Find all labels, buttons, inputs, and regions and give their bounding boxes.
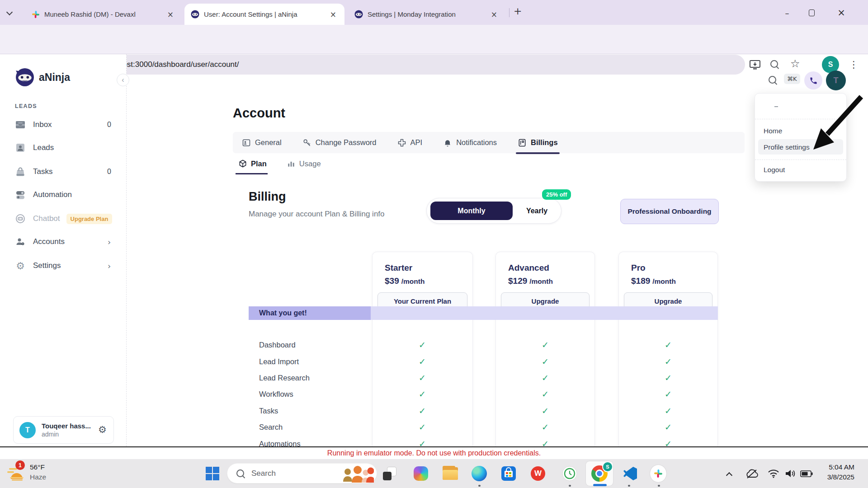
- bar-chart-icon: [287, 159, 296, 168]
- new-tab-button[interactable]: +: [514, 5, 522, 17]
- cube-icon: [238, 159, 247, 168]
- windows-logo-icon: [206, 467, 219, 480]
- tab-close-icon[interactable]: ×: [165, 10, 175, 19]
- phone-button[interactable]: [804, 71, 822, 89]
- keyboard-shortcut-badge: ⌘K: [784, 74, 800, 84]
- window-minimize-button[interactable]: –: [777, 5, 797, 21]
- check-icon: ✓: [419, 389, 426, 399]
- chevron-right-icon: ›: [108, 237, 111, 247]
- browser-tab-slack[interactable]: Muneeb Rashid (DM) - Devaxl ×: [25, 4, 182, 25]
- sidebar-item-automation[interactable]: Automation: [0, 185, 126, 205]
- tab-search-chevron-icon[interactable]: [7, 8, 12, 16]
- slack-favicon: [32, 10, 40, 19]
- check-icon: ✓: [419, 373, 426, 383]
- tab-api[interactable]: API: [397, 132, 423, 153]
- sidebar-item-chatbot[interactable]: Chatbot Upgrade Plan: [0, 209, 126, 229]
- slack-icon: [650, 465, 666, 482]
- task-view-icon: [383, 467, 396, 480]
- aninja-favicon: [354, 10, 363, 19]
- user-avatar: T: [19, 422, 36, 438]
- file-explorer-button[interactable]: [442, 465, 458, 482]
- monthly-option[interactable]: Monthly: [430, 202, 513, 220]
- account-tab-bar: General Change Password API Notification…: [233, 132, 745, 153]
- subtab-usage[interactable]: Usage: [287, 159, 321, 174]
- upgrade-plan-badge[interactable]: Upgrade Plan: [66, 214, 113, 224]
- taskbar-clock[interactable]: 5:04 AM 3/8/2025: [827, 462, 854, 482]
- taskbar-search[interactable]: Search: [227, 463, 377, 483]
- tab-notifications[interactable]: Notifications: [443, 132, 497, 153]
- feature-row: Dashboard: [259, 341, 296, 349]
- menu-item-home[interactable]: Home: [764, 127, 782, 135]
- address-bar[interactable]: i localhost:3000/dashboard/user/account/: [80, 55, 745, 75]
- sidebar-collapse-button[interactable]: ‹: [117, 74, 129, 86]
- wifi-icon[interactable]: [768, 469, 779, 480]
- menu-item-logout[interactable]: Logout: [764, 166, 785, 174]
- weather-temp[interactable]: 56°F: [30, 463, 45, 471]
- browser-tab-strip: Muneeb Rashid (DM) - Devaxl × User: Acco…: [0, 0, 868, 25]
- volume-icon[interactable]: [785, 469, 796, 480]
- edge-button[interactable]: [471, 465, 487, 482]
- tab-close-icon[interactable]: ×: [489, 10, 499, 19]
- subtab-label: Plan: [251, 160, 267, 168]
- tab-label: General: [255, 138, 282, 147]
- bookmark-star-icon[interactable]: ☆: [790, 57, 800, 70]
- tab-change-password[interactable]: Change Password: [302, 132, 377, 153]
- screen: Muneeb Rashid (DM) - Devaxl × User: Acco…: [0, 0, 868, 488]
- search-icon: [236, 469, 244, 477]
- billing-period-toggle: Monthly Yearly: [426, 198, 561, 224]
- user-settings-gear-icon[interactable]: ⚙: [98, 424, 107, 435]
- tab-divider: [509, 8, 509, 17]
- global-search-icon[interactable]: [769, 76, 776, 85]
- sidebar-item-leads[interactable]: Leads: [0, 138, 126, 158]
- browser-tab-monday[interactable]: Settings | Monday Integration ×: [348, 4, 505, 25]
- slack-button[interactable]: [650, 465, 666, 482]
- chevron-right-icon: ›: [108, 261, 111, 271]
- feature-row: Lead Research: [259, 374, 310, 382]
- yearly-option[interactable]: Yearly: [513, 207, 561, 215]
- microsoft-store-button[interactable]: [500, 465, 517, 482]
- emulator-warning-banner: Running in emulator mode. Do not use wit…: [0, 446, 868, 459]
- zoom-icon[interactable]: [770, 60, 778, 70]
- features-header-text: What you get!: [259, 309, 307, 317]
- subtab-plan[interactable]: Plan: [238, 159, 267, 174]
- tab-billings[interactable]: Billings: [518, 132, 558, 153]
- start-button[interactable]: [204, 465, 221, 482]
- billing-subtitle: Manage your account Plan & Billing info: [249, 210, 385, 219]
- window-close-button[interactable]: ×: [831, 5, 852, 21]
- sidebar-user-card[interactable]: T Touqeer hass... admin ⚙: [13, 416, 114, 444]
- vscode-button[interactable]: [622, 465, 638, 482]
- menu-item-profile-settings[interactable]: Profile settings: [764, 143, 810, 151]
- window-restore-button[interactable]: [801, 5, 822, 21]
- tab-general[interactable]: General: [242, 132, 282, 153]
- features-header-band: What you get!: [249, 306, 718, 320]
- section-label: LEADS: [15, 103, 37, 109]
- sidebar-item-accounts[interactable]: Accounts ›: [0, 232, 126, 252]
- sidebar-item-label: Chatbot: [33, 214, 60, 223]
- page-title: Account: [233, 106, 285, 121]
- sidebar-item-inbox[interactable]: Inbox 0: [0, 115, 126, 135]
- install-app-icon[interactable]: [750, 60, 760, 72]
- browser-tab-aninja-active[interactable]: User: Account Settings | aNinja ×: [184, 4, 344, 25]
- chrome-profile-badge: S: [602, 461, 613, 472]
- clock-app-button[interactable]: [561, 465, 578, 482]
- sidebar-item-settings[interactable]: ⚙ Settings ›: [0, 256, 126, 276]
- aninja-logo-icon: [15, 68, 34, 89]
- tray-expand-chevron-icon[interactable]: [727, 471, 731, 479]
- copilot-button[interactable]: [413, 465, 429, 482]
- battery-icon[interactable]: [800, 470, 813, 479]
- sidebar: aNinja ‹ LEADS Inbox 0 Leads Tasks 0: [0, 54, 127, 446]
- weather-condition[interactable]: Haze: [30, 473, 46, 481]
- sidebar-item-tasks[interactable]: Tasks 0: [0, 162, 126, 182]
- tab-close-icon[interactable]: ×: [328, 10, 338, 19]
- check-icon: ✓: [542, 340, 549, 350]
- browser-menu-icon[interactable]: ⋮: [849, 59, 859, 70]
- profile-avatar[interactable]: T: [826, 70, 846, 90]
- wps-office-button[interactable]: W: [530, 465, 546, 482]
- accounts-icon: [15, 236, 26, 247]
- edge-icon: [472, 466, 487, 481]
- task-view-button[interactable]: [382, 465, 398, 482]
- copilot-icon: [414, 466, 428, 481]
- check-icon: ✓: [542, 373, 549, 383]
- professional-onboarding-button[interactable]: Professional Onboarding: [620, 199, 719, 224]
- onedrive-paused-icon[interactable]: [745, 469, 759, 481]
